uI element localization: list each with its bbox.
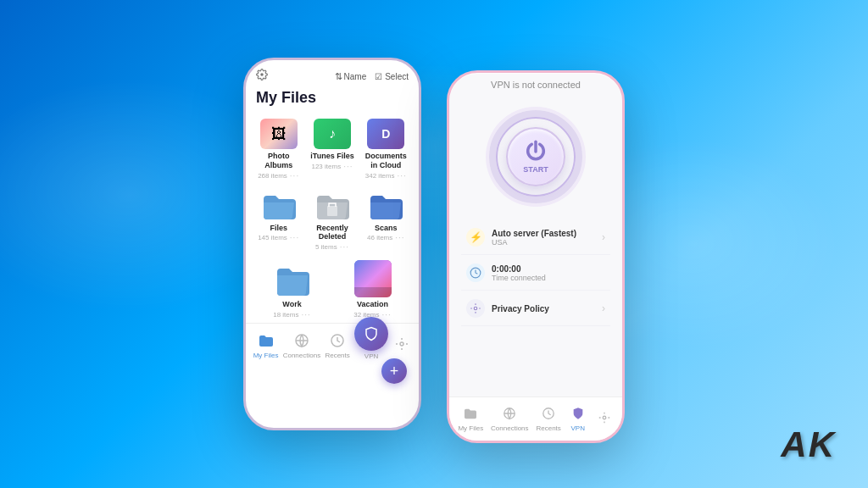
folder-scans-icon [367,191,404,221]
svg-point-5 [474,307,477,310]
folder-recently-deleted[interactable]: Recently Deleted 5 items ··· [306,187,358,256]
vacation-thumbnail [354,260,392,297]
folder-label: Recently Deleted [308,224,356,242]
folder-work-icon [274,260,311,297]
vpn-nav-connections[interactable]: Connections [491,404,528,432]
folder-meta: 342 items ··· [365,171,407,180]
files-row-2: Files 145 items ··· Recently Deleted [246,186,419,258]
folder-meta: 123 items ··· [311,162,353,171]
time-title: 0:00:00 [492,264,605,274]
itunes-icon: ♪ [314,119,351,149]
vpn-start-button[interactable]: START [506,127,565,186]
start-label: START [523,165,548,174]
folder-vacation[interactable]: Vacation 32 items ··· [333,257,412,323]
right-phone: VPN is not connected START ⚡ Auto server… [447,70,625,443]
vpn-privacy-item[interactable]: Privacy Policy › [461,291,610,326]
folder-label: Photo Albums [254,152,303,170]
nav-my-files-label: My Files [253,352,279,359]
nav-recents-label: Recents [325,352,349,359]
folder-documents[interactable]: D Documents in Cloud 342 items ··· [360,115,412,184]
server-subtitle: USA [492,238,602,247]
folder-label: iTunes Files [310,152,353,161]
vpn-info-list: ⚡ Auto server (Fastest) USA › 0:00:00 [449,214,622,333]
vpn-status-text: VPN is not connected [449,73,622,97]
vpn-power-section: START [449,97,622,214]
chevron-right-icon: › [602,231,605,243]
folder-label: Files [270,224,287,233]
folder-photo-albums[interactable]: 🖼 Photo Albums 268 items ··· [253,115,304,184]
folder-meta: 18 items ··· [273,310,311,319]
time-subtitle: Time connected [492,274,605,282]
folder-itunes[interactable]: ♪ iTunes Files 123 items ··· [306,115,358,184]
vpn-nav-extra[interactable] [595,408,614,429]
folder-deleted-icon [314,191,351,221]
fab-add-button[interactable]: + [381,358,407,384]
ak-letter-a: A [781,427,806,463]
folder-meta: 145 items ··· [258,233,299,242]
chevron-right-icon: › [602,302,605,314]
files-row-1: 🖼 Photo Albums 268 items ··· ♪ iTunes Fi… [246,114,419,186]
folder-label: Work [282,300,301,309]
vpn-nav-connections-label: Connections [491,424,528,432]
vpn-nav-vpn-label: VPN [570,424,584,432]
folder-work[interactable]: Work 18 items ··· [253,257,331,323]
vpn-nav-recents[interactable]: Recents [536,404,560,432]
vpn-nav-vpn[interactable]: VPN [569,404,587,432]
folder-meta: 268 items ··· [258,171,299,180]
folder-scans[interactable]: Scans 46 items ··· [360,187,412,256]
nav-connections-label: Connections [283,352,320,359]
nav-connections[interactable]: Connections [283,331,320,359]
page-title: My Files [246,86,419,114]
ak-letter-k: K [809,427,834,463]
vpn-nav-my-files[interactable]: My Files [458,404,483,432]
settings-icon [466,299,485,318]
privacy-title: Privacy Policy [492,304,602,313]
nav-recents[interactable]: Recents [325,331,349,359]
nav-vpn-label: VPN [364,352,378,360]
server-icon: ⚡ [466,228,485,247]
folder-label: Documents in Cloud [362,152,410,170]
svg-rect-0 [327,206,337,216]
folder-files[interactable]: Files 145 items ··· [253,187,304,256]
docs-icon: D [367,119,404,149]
nav-my-files[interactable]: My Files [253,331,279,359]
server-title: Auto server (Fastest) [492,229,602,238]
nav-extra[interactable] [392,335,411,355]
files-row-3: Work 18 items ··· Vacation 32 items ··· [246,257,419,323]
svg-point-3 [400,342,403,346]
folder-label: Vacation [357,300,388,309]
folder-label: Scans [375,224,398,233]
sort-name-button[interactable]: ⇅ Name [335,71,367,82]
vpn-time-item: 0:00:00 Time connected [461,256,610,291]
vpn-nav-icon [354,317,388,351]
nav-vpn[interactable]: VPN [354,330,388,360]
files-header-row: ⇅ Name ☑ Select [246,60,419,86]
photo-albums-icon: 🖼 [260,119,298,149]
vpn-bottom-navigation: My Files Connections [449,396,622,441]
vpn-power-ring: START [489,110,582,203]
vpn-nav-recents-label: Recents [536,424,560,432]
left-phone: ⇅ Name ☑ Select My Files 🖼 Photo Albums … [243,58,421,430]
folder-meta: 46 items ··· [367,233,405,242]
main-container: ⇅ Name ☑ Select My Files 🖼 Photo Albums … [0,0,868,488]
folder-meta: 5 items ··· [315,242,349,252]
gear-icon[interactable] [256,69,268,84]
select-button[interactable]: ☑ Select [375,72,409,81]
folder-files-icon [260,191,298,221]
clock-icon [466,263,485,282]
ak-logo: A K [781,427,834,463]
vpn-nav-files-label: My Files [458,424,483,432]
svg-point-8 [603,416,606,419]
vpn-server-item[interactable]: ⚡ Auto server (Fastest) USA › [461,220,610,255]
